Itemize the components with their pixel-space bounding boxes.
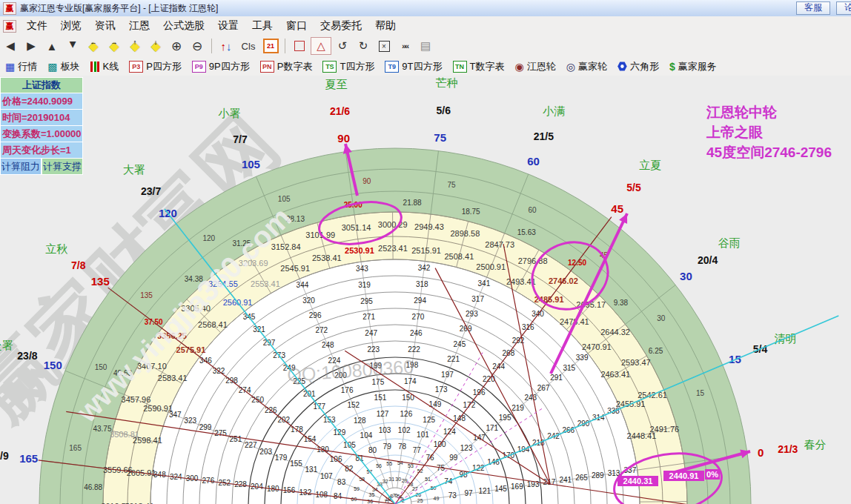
view-button-9P四方形[interactable]: P99P四方形 [187,59,255,75]
presentation-icon[interactable]: ▤ [416,38,435,54]
view-button-赢家轮[interactable]: ◎赢家轮 [561,59,612,75]
wheel-number: 289 [592,471,604,480]
step-right-icon[interactable]: ◆→ [105,38,124,54]
wheel-number: 126 [400,410,413,418]
forward-icon[interactable]: ▶ [21,38,41,54]
view-button-T数字表[interactable]: TNT数字表 [448,59,510,75]
wheel-number: 121 [478,487,491,495]
view-button-T四方形[interactable]: TST四方形 [317,59,380,75]
season-label: 立夏 [639,159,661,171]
wheel-number: 275 [214,429,227,437]
menu-资讯[interactable]: 资讯 [88,19,122,33]
param-row: 变换系数=1.00000 [0,126,83,142]
view-button-P数字表[interactable]: PNP数字表 [255,59,318,75]
sort-updown-icon[interactable]: ↑↓ [216,38,236,54]
step-up-icon[interactable]: ◆↑ [125,38,145,54]
inner-price-label: 2500.91 [476,262,506,271]
degree-label: 75 [434,131,446,144]
triangle-tool-icon[interactable]: △ [311,37,331,55]
wheel-number: 265 [575,474,588,482]
cls-button[interactable]: Cls [237,38,259,54]
date-label: 5/6 [436,105,451,116]
degree-label: 105 [242,158,260,170]
date-label: 7/9 [0,450,9,462]
view-button-六角形[interactable]: 六角形 [612,59,664,75]
view-button-江恩轮[interactable]: ◉江恩轮 [509,59,560,75]
wheel-number: 245 [454,340,466,348]
titlebar: 赢 赢家江恩专业版[赢家服务平台] - [上证指数 江恩轮] 客服 论 [0,0,851,17]
view-button-label: P四方形 [146,60,182,73]
percent-label: 9.38 [614,299,629,307]
inner-price-label: 2470.91 [582,342,612,351]
back-icon[interactable]: ◀ [1,38,20,54]
annotation-line: 上帝之眼 [706,122,832,142]
wheel-number: 125 [423,416,435,424]
date-label: 23/8 [17,350,37,362]
calc-support-button[interactable]: 计算支撑 [42,159,83,175]
center-icon[interactable]: »« [395,38,414,54]
step-down-icon[interactable]: ◆↓ [146,38,165,54]
rotate-cw-icon[interactable]: ↻ [354,38,373,54]
calc-resistance-button[interactable]: 计算阻力 [0,159,42,175]
wheel-number: 101 [417,431,429,439]
p3-icon: P3 [129,61,143,73]
season-label: 谷雨 [718,236,741,249]
menubar: 赢 文件浏览资讯江恩公式选股设置工具窗口交易委托帮助 [0,16,851,36]
wheel-number: 294 [414,296,426,305]
maximize-icon[interactable]: × [374,38,394,54]
view-button-赢家服务[interactable]: $赢家服务 [664,59,722,75]
menu-帮助[interactable]: 帮助 [368,19,403,33]
menu-设置[interactable]: 设置 [211,19,245,33]
p9-icon: P9 [192,61,206,73]
wheel-number: 223 [367,345,380,354]
wheel-number: 104 [360,431,373,440]
zoom-out-icon[interactable]: ⊖ [188,38,207,54]
menu-交易委托[interactable]: 交易委托 [314,19,368,33]
up-icon[interactable]: ▲ [42,38,62,54]
view-button-label: 赢家轮 [578,60,607,73]
menu-工具[interactable]: 工具 [245,19,279,33]
step-left-icon[interactable]: ◆← [84,38,103,54]
selected-price-value: 2440.31 [623,477,653,485]
view-button-板块[interactable]: ▩板块 [42,59,85,75]
zoom-in-icon[interactable]: ⊕ [167,38,186,54]
view-button-9T四方形[interactable]: T99T四方形 [380,59,447,75]
menu-文件[interactable]: 文件 [20,19,54,33]
customer-service-button[interactable]: 客服 [796,1,830,15]
wheel-number: 318 [416,280,428,288]
season-label: 处署 [0,339,13,351]
inner-price-label: 2553.41 [251,279,280,288]
green-degree-label: 15 [696,389,705,397]
gann-wheel-icon: ◉ [514,61,523,73]
date-label: 21/5 [534,130,554,142]
calendar-icon[interactable]: 21 [261,38,280,54]
window-title: 赢家江恩专业版[赢家服务平台] - [上证指数 江恩轮] [20,2,218,15]
menu-公式选股[interactable]: 公式选股 [156,19,211,33]
toolbar-separator [285,39,285,53]
wheel-number: 291 [550,374,563,382]
wheel-number: 32 [383,479,388,484]
date-label: 5/5 [626,182,641,193]
down-icon[interactable]: ▲ [63,38,82,54]
season-label: 春分 [804,438,826,451]
menu-窗口[interactable]: 窗口 [279,19,314,33]
forum-button[interactable]: 论 [836,1,851,15]
view-button-P四方形[interactable]: P3P四方形 [124,59,187,75]
season-label: 夏至 [325,78,347,90]
view-button-K线[interactable]: K线 [85,59,124,75]
inner-price-label: 2523.41 [378,244,408,253]
rotate-ccw-icon[interactable]: ↺ [333,38,352,54]
pn-icon: PN [260,61,274,73]
wheel-number: 171 [486,424,498,432]
square-tool-icon[interactable] [290,38,309,54]
view-button-行情[interactable]: ▦行情 [0,59,42,75]
inner-price-label: 2538.41 [312,253,342,262]
menu-江恩[interactable]: 江恩 [122,19,156,33]
wheel-number: 203 [259,448,272,456]
toolbar-main: ◀ ▶ ▲ ▲ ◆← ◆→ ◆↑ ◆↓ ⊕ ⊖ ↑↓ Cls 21 △ ↺ ↻ … [0,36,851,57]
inner-price-label: 2568.41 [198,320,228,329]
wheel-number: 197 [441,371,454,379]
green-degree-label: 30 [657,314,666,322]
inner-price-label: 2530.91 [345,246,374,255]
menu-浏览[interactable]: 浏览 [54,19,88,33]
